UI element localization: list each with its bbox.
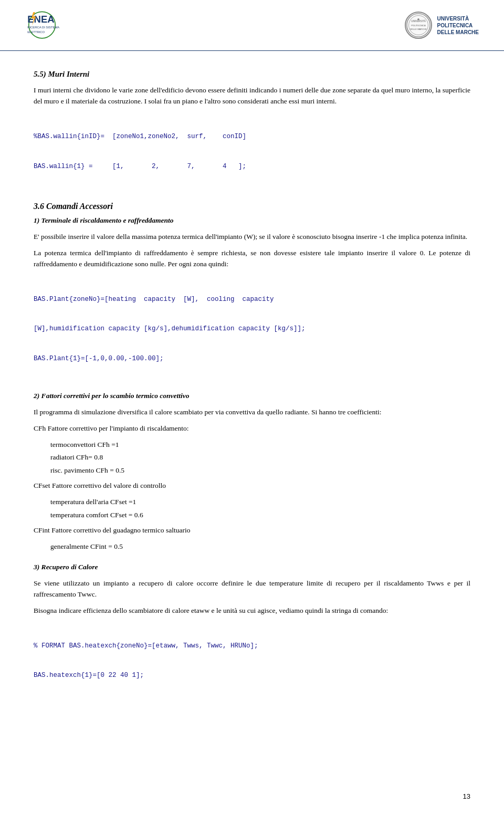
section-55-paragraph1: I muri interni che dividono le varie zon… (34, 85, 470, 107)
enea-logo-icon: ENEA RICERCA DI SISTEMA ELETTRICO (25, 9, 109, 41)
cfset-item2: temperatura comfort CFset = 0.6 (34, 510, 470, 521)
cfh-item2: radiatori CFh= 0.8 (34, 452, 470, 463)
sub3-p2: Bisogna indicare efficienza dello scambi… (34, 605, 470, 617)
header-divider (0, 50, 504, 51)
cfh-item3: risc. pavimento CFh = 0.5 (34, 465, 470, 476)
svg-text:RICERCA DI SISTEMA: RICERCA DI SISTEMA (27, 26, 59, 29)
cfset-label: CFset Fattore correttivo del valore di c… (34, 480, 470, 492)
university-name: UNIVERSITÀ POLITECNICA DELLE MARCHE (437, 15, 479, 36)
code2-line3: BAS.Plant{1}=[-1,0,0.00,-100.00]; (34, 354, 470, 364)
logo-left: ENEA RICERCA DI SISTEMA ELETTRICO (25, 9, 109, 41)
sub1-p1: E' possibile inserire il valore della ma… (34, 232, 470, 243)
code3-comment: % FORMAT BAS.heatexch{zoneNo}=[etaww, Tw… (34, 641, 470, 651)
page-number: 13 (463, 792, 470, 800)
section-55-code: %BAS.wallin{inID}= [zoneNo1,zoneNo2, sur… (34, 112, 470, 191)
university-seal-icon: UNIVERSITÀ POLITECNICA DELLE MARCHE (405, 12, 432, 39)
sub2-heading: 2) Fattori correttivi per lo scambio ter… (34, 391, 470, 402)
svg-text:POLITECNICA: POLITECNICA (411, 24, 426, 27)
sub1-p2: La potenza termica dell'impianto di raff… (34, 248, 470, 270)
page: ENEA RICERCA DI SISTEMA ELETTRICO UNIVER… (0, 0, 504, 815)
section-36-code3: % FORMAT BAS.heatexch{zoneNo}=[etaww, Tw… (34, 622, 470, 701)
svg-text:ELETTRICO: ELETTRICO (27, 30, 45, 34)
cfh-label: CFh Fattore correttivo per l'impianto di… (34, 423, 470, 434)
code2-line2: [W],humidification capacity [kg/s],dehum… (34, 324, 470, 334)
sub2-p1: Il programma di simulazione diversifica … (34, 407, 470, 418)
section-55: 5.5) Muri Interni I muri interni che div… (34, 69, 470, 191)
header: ENEA RICERCA DI SISTEMA ELETTRICO UNIVER… (0, 0, 504, 47)
section-55-heading: 5.5) Muri Interni (34, 69, 470, 80)
code-line-1: %BAS.wallin{inID}= [zoneNo1,zoneNo2, sur… (34, 132, 470, 142)
code2-line1: BAS.Plant{zoneNo}=[heating capacity [W],… (34, 295, 470, 305)
cfset-item1: temperatura dell'aria CFset =1 (34, 497, 470, 508)
logo-right: UNIVERSITÀ POLITECNICA DELLE MARCHE UNIV… (405, 12, 479, 39)
cfh-item1: termoconvettori CFh =1 (34, 440, 470, 451)
section-36: 3.6 Comandi Accessori 1) Terminale di ri… (34, 202, 470, 701)
svg-text:ENEA: ENEA (27, 14, 54, 25)
sub3-p1: Se viene utilizzato un impianto a recupe… (34, 578, 470, 600)
sub1-heading: 1) Terminale di riscaldamento e raffredd… (34, 215, 470, 226)
section-36-heading: 3.6 Comandi Accessori (34, 202, 470, 211)
svg-point-10 (417, 18, 419, 20)
code3-data: BAS.heatexch{1}=[0 22 40 1]; (34, 671, 470, 681)
cfint-label: CFint Fattore correttivo del guadagno te… (34, 525, 470, 536)
cfint-item1: generalmente CFint = 0.5 (34, 541, 470, 552)
code-line-2: BAS.wallin{1} = [1, 2, 7, 4 ]; (34, 162, 470, 172)
svg-text:DELLE MARCHE: DELLE MARCHE (410, 28, 426, 30)
sub3-heading: 3) Recupero di Calore (34, 562, 470, 573)
main-content: 5.5) Muri Interni I muri interni che div… (0, 58, 504, 737)
section-36-code1: BAS.Plant{zoneNo}=[heating capacity [W],… (34, 275, 470, 383)
